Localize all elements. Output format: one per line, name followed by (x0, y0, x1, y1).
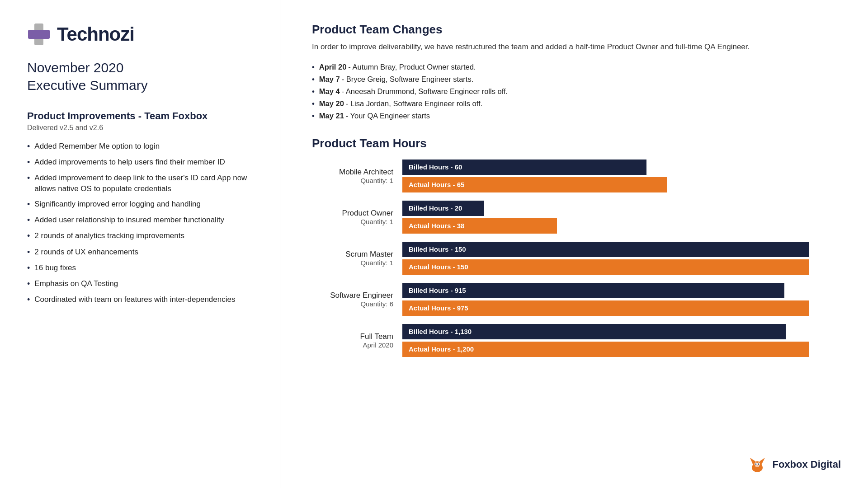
actual-bar-row: Actual Hours - 65 (402, 177, 841, 192)
hours-row: Full Team April 2020 Billed Hours - 1,13… (312, 324, 841, 357)
list-item: Coordinated with team on features with i… (27, 294, 257, 305)
list-item: 2 rounds of UX enhancements (27, 247, 257, 258)
svg-point-8 (755, 464, 757, 465)
logo-plus-icon (27, 23, 51, 46)
hours-role-name: Full Team (312, 332, 393, 341)
hours-row: Mobile Architect Quantity: 1 Billed Hour… (312, 160, 841, 192)
improvements-list: Added Remember Me option to login Added … (27, 141, 257, 310)
section-subtitle: Delivered v2.5 and v2.6 (27, 124, 257, 132)
hours-role-name: Scrum Master (312, 250, 393, 259)
actual-bar-row: Actual Hours - 975 (402, 300, 841, 316)
billed-bar-row: Billed Hours - 1,130 (402, 324, 841, 339)
actual-bar-row: Actual Hours - 38 (402, 218, 841, 234)
actual-bar-row: Actual Hours - 150 (402, 259, 841, 275)
hours-role-name: Product Owner (312, 209, 393, 218)
billed-bar-row: Billed Hours - 150 (402, 242, 841, 257)
hours-section: Product Team Hours Mobile Architect Quan… (312, 136, 841, 357)
actual-bar-row: Actual Hours - 1,200 (402, 342, 841, 357)
foxbox-fox-icon (747, 454, 768, 474)
billed-bar: Billed Hours - 60 (402, 160, 646, 175)
svg-point-9 (758, 464, 760, 465)
hours-role-name: Mobile Architect (312, 168, 393, 177)
billed-bar-row: Billed Hours - 20 (402, 201, 841, 216)
team-change-item: May 20- Lisa Jordan, Software Engineer r… (312, 99, 841, 108)
actual-bar: Actual Hours - 38 (402, 218, 557, 234)
actual-bar: Actual Hours - 1,200 (402, 342, 809, 357)
team-changes-section: Product Team Changes In order to improve… (312, 23, 841, 136)
hours-label: Scrum Master Quantity: 1 (312, 250, 393, 267)
billed-bar-row: Billed Hours - 60 (402, 160, 841, 175)
hours-quantity: Quantity: 6 (312, 300, 393, 308)
list-item: 2 rounds of analytics tracking improveme… (27, 230, 257, 242)
hours-row: Software Engineer Quantity: 6 Billed Hou… (312, 283, 841, 316)
billed-bar: Billed Hours - 915 (402, 283, 784, 298)
actual-bar: Actual Hours - 150 (402, 259, 809, 275)
team-change-item: May 7- Bryce Greig, Software Engineer st… (312, 75, 841, 84)
team-changes-desc: In order to improve deliverability, we h… (312, 41, 841, 53)
list-item: Added Remember Me option to login (27, 141, 257, 152)
billed-bar: Billed Hours - 150 (402, 242, 809, 257)
page-title: November 2020Executive Summary (27, 59, 257, 94)
svg-point-5 (753, 461, 762, 469)
billed-bar: Billed Hours - 1,130 (402, 324, 786, 339)
hours-quantity: Quantity: 1 (312, 218, 393, 225)
foxbox-name: Foxbox Digital (772, 459, 841, 470)
bars-container: Billed Hours - 1,130 Actual Hours - 1,20… (402, 324, 841, 357)
left-panel: Technozi November 2020Executive Summary … (0, 0, 280, 488)
billed-bar-row: Billed Hours - 915 (402, 283, 841, 298)
hours-label: Software Engineer Quantity: 6 (312, 291, 393, 308)
logo-text: Technozi (57, 23, 134, 45)
hours-grid: Mobile Architect Quantity: 1 Billed Hour… (312, 160, 841, 357)
right-panel: Product Team Changes In order to improve… (280, 0, 868, 488)
section-title: Product Improvements - Team Foxbox (27, 110, 257, 122)
hours-quantity: Quantity: 1 (312, 259, 393, 267)
team-change-item: April 20- Autumn Bray, Product Owner sta… (312, 63, 841, 71)
team-change-item: May 21- Your QA Engineer starts (312, 112, 841, 120)
actual-bar: Actual Hours - 65 (402, 177, 667, 192)
hours-label: Product Owner Quantity: 1 (312, 209, 393, 225)
bars-container: Billed Hours - 60 Actual Hours - 65 (402, 160, 841, 192)
list-item: 16 bug fixes (27, 263, 257, 274)
list-item: Added improvement to deep link to the us… (27, 173, 257, 194)
list-item: Significantly improved error logging and… (27, 199, 257, 210)
foxbox-footer: Foxbox Digital (747, 454, 841, 474)
hours-row: Product Owner Quantity: 1 Billed Hours -… (312, 201, 841, 234)
hours-quantity: Quantity: 1 (312, 177, 393, 184)
svg-point-10 (755, 465, 759, 467)
hours-title: Product Team Hours (312, 136, 841, 150)
team-change-item: May 4- Aneesah Drummond, Software Engine… (312, 87, 841, 96)
list-item: Added user relationship to insured membe… (27, 215, 257, 226)
list-item: Added improvements to help users find th… (27, 157, 257, 168)
svg-rect-1 (28, 30, 50, 39)
actual-bar: Actual Hours - 975 (402, 300, 809, 316)
hours-label: Mobile Architect Quantity: 1 (312, 168, 393, 184)
bars-container: Billed Hours - 150 Actual Hours - 150 (402, 242, 841, 275)
bars-container: Billed Hours - 20 Actual Hours - 38 (402, 201, 841, 234)
hours-label: Full Team April 2020 (312, 332, 393, 349)
bars-container: Billed Hours - 915 Actual Hours - 975 (402, 283, 841, 316)
hours-role-name: Software Engineer (312, 291, 393, 300)
list-item: Emphasis on QA Testing (27, 278, 257, 290)
team-changes-list: April 20- Autumn Bray, Product Owner sta… (312, 63, 841, 120)
hours-row: Scrum Master Quantity: 1 Billed Hours - … (312, 242, 841, 275)
team-changes-title: Product Team Changes (312, 23, 841, 37)
billed-bar: Billed Hours - 20 (402, 201, 484, 216)
hours-quantity: April 2020 (312, 341, 393, 349)
logo-area: Technozi (27, 23, 257, 46)
